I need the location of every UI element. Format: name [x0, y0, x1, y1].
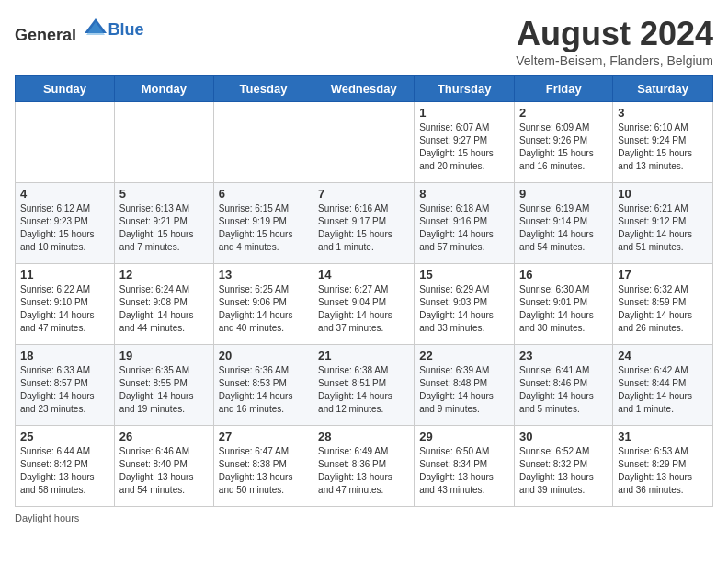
day-info: Sunrise: 6:50 AM Sunset: 8:34 PM Dayligh… — [419, 445, 509, 497]
logo-icon — [83, 15, 108, 40]
calendar-cell: 8Sunrise: 6:18 AM Sunset: 9:16 PM Daylig… — [415, 183, 515, 264]
calendar-cell: 23Sunrise: 6:41 AM Sunset: 8:46 PM Dayli… — [515, 345, 613, 426]
day-info: Sunrise: 6:21 AM Sunset: 9:12 PM Dayligh… — [618, 202, 708, 254]
calendar-week-row: 25Sunrise: 6:44 AM Sunset: 8:42 PM Dayli… — [16, 426, 713, 507]
day-info: Sunrise: 6:12 AM Sunset: 9:23 PM Dayligh… — [20, 202, 109, 254]
dow-header: Thursday — [415, 76, 515, 102]
calendar-cell: 7Sunrise: 6:16 AM Sunset: 9:17 PM Daylig… — [313, 183, 415, 264]
calendar-cell: 27Sunrise: 6:47 AM Sunset: 8:38 PM Dayli… — [213, 426, 313, 507]
day-info: Sunrise: 6:22 AM Sunset: 9:10 PM Dayligh… — [20, 283, 109, 335]
day-number: 19 — [119, 349, 209, 362]
dow-header: Wednesday — [313, 76, 415, 102]
calendar-cell: 24Sunrise: 6:42 AM Sunset: 8:44 PM Dayli… — [613, 345, 713, 426]
day-number: 29 — [419, 430, 509, 443]
day-info: Sunrise: 6:33 AM Sunset: 8:57 PM Dayligh… — [20, 364, 109, 416]
day-info: Sunrise: 6:47 AM Sunset: 8:38 PM Dayligh… — [219, 445, 308, 497]
calendar-week-row: 4Sunrise: 6:12 AM Sunset: 9:23 PM Daylig… — [16, 183, 713, 264]
day-number: 31 — [618, 430, 708, 443]
calendar-cell: 21Sunrise: 6:38 AM Sunset: 8:51 PM Dayli… — [313, 345, 415, 426]
dow-header: Sunday — [16, 76, 115, 102]
calendar-cell: 11Sunrise: 6:22 AM Sunset: 9:10 PM Dayli… — [16, 264, 115, 345]
day-info: Sunrise: 6:18 AM Sunset: 9:16 PM Dayligh… — [419, 202, 509, 254]
day-number: 8 — [419, 187, 509, 201]
dow-header: Saturday — [613, 76, 713, 102]
day-info: Sunrise: 6:15 AM Sunset: 9:19 PM Dayligh… — [219, 202, 308, 254]
footer-note: Daylight hours — [15, 512, 713, 523]
calendar-cell: 22Sunrise: 6:39 AM Sunset: 8:48 PM Dayli… — [415, 345, 515, 426]
calendar-cell: 10Sunrise: 6:21 AM Sunset: 9:12 PM Dayli… — [613, 183, 713, 264]
day-number: 15 — [419, 268, 509, 282]
day-number: 17 — [618, 268, 708, 282]
calendar-cell: 6Sunrise: 6:15 AM Sunset: 9:19 PM Daylig… — [213, 183, 313, 264]
calendar-cell: 16Sunrise: 6:30 AM Sunset: 9:01 PM Dayli… — [515, 264, 613, 345]
day-number: 3 — [618, 106, 708, 120]
calendar-cell: 19Sunrise: 6:35 AM Sunset: 8:55 PM Dayli… — [114, 345, 213, 426]
dow-header: Tuesday — [213, 76, 313, 102]
day-number: 25 — [20, 430, 109, 443]
calendar-cell: 14Sunrise: 6:27 AM Sunset: 9:04 PM Dayli… — [313, 264, 415, 345]
day-info: Sunrise: 6:10 AM Sunset: 9:24 PM Dayligh… — [618, 121, 708, 173]
calendar-week-row: 18Sunrise: 6:33 AM Sunset: 8:57 PM Dayli… — [16, 345, 713, 426]
day-info: Sunrise: 6:35 AM Sunset: 8:55 PM Dayligh… — [119, 364, 209, 416]
calendar-cell — [16, 102, 115, 183]
calendar-cell — [313, 102, 415, 183]
calendar-cell: 28Sunrise: 6:49 AM Sunset: 8:36 PM Dayli… — [313, 426, 415, 507]
calendar-cell — [213, 102, 313, 183]
calendar-cell: 15Sunrise: 6:29 AM Sunset: 9:03 PM Dayli… — [415, 264, 515, 345]
day-info: Sunrise: 6:49 AM Sunset: 8:36 PM Dayligh… — [318, 445, 409, 497]
dow-header: Monday — [114, 76, 213, 102]
day-info: Sunrise: 6:13 AM Sunset: 9:21 PM Dayligh… — [119, 202, 209, 254]
calendar-cell: 18Sunrise: 6:33 AM Sunset: 8:57 PM Dayli… — [16, 345, 115, 426]
day-number: 10 — [618, 187, 708, 201]
day-number: 23 — [519, 349, 608, 362]
day-info: Sunrise: 6:42 AM Sunset: 8:44 PM Dayligh… — [618, 364, 708, 416]
calendar-cell: 9Sunrise: 6:19 AM Sunset: 9:14 PM Daylig… — [515, 183, 613, 264]
day-info: Sunrise: 6:36 AM Sunset: 8:53 PM Dayligh… — [219, 364, 308, 416]
day-number: 11 — [20, 268, 109, 282]
day-number: 7 — [318, 187, 409, 201]
day-number: 1 — [419, 106, 509, 120]
calendar-cell: 26Sunrise: 6:46 AM Sunset: 8:40 PM Dayli… — [114, 426, 213, 507]
calendar-cell: 30Sunrise: 6:52 AM Sunset: 8:32 PM Dayli… — [515, 426, 613, 507]
day-info: Sunrise: 6:39 AM Sunset: 8:48 PM Dayligh… — [419, 364, 509, 416]
calendar-cell: 4Sunrise: 6:12 AM Sunset: 9:23 PM Daylig… — [16, 183, 115, 264]
day-info: Sunrise: 6:16 AM Sunset: 9:17 PM Dayligh… — [318, 202, 409, 254]
calendar-body: 1Sunrise: 6:07 AM Sunset: 9:27 PM Daylig… — [16, 102, 713, 507]
day-number: 22 — [419, 349, 509, 362]
day-info: Sunrise: 6:44 AM Sunset: 8:42 PM Dayligh… — [20, 445, 109, 497]
day-number: 9 — [519, 187, 608, 201]
day-number: 5 — [119, 187, 209, 201]
day-number: 2 — [519, 106, 608, 120]
location-title: Veltem-Beisem, Flanders, Belgium — [516, 53, 713, 68]
day-number: 16 — [519, 268, 608, 282]
day-number: 28 — [318, 430, 409, 443]
day-info: Sunrise: 6:32 AM Sunset: 8:59 PM Dayligh… — [618, 283, 708, 335]
title-area: August 2024 Veltem-Beisem, Flanders, Bel… — [516, 15, 713, 68]
day-info: Sunrise: 6:07 AM Sunset: 9:27 PM Dayligh… — [419, 121, 509, 173]
day-info: Sunrise: 6:38 AM Sunset: 8:51 PM Dayligh… — [318, 364, 409, 416]
day-info: Sunrise: 6:09 AM Sunset: 9:26 PM Dayligh… — [519, 121, 608, 173]
day-number: 6 — [219, 187, 308, 201]
calendar-week-row: 11Sunrise: 6:22 AM Sunset: 9:10 PM Dayli… — [16, 264, 713, 345]
day-number: 12 — [119, 268, 209, 282]
calendar-cell: 25Sunrise: 6:44 AM Sunset: 8:42 PM Dayli… — [16, 426, 115, 507]
logo-blue: Blue — [108, 20, 144, 40]
day-number: 18 — [20, 349, 109, 362]
calendar-cell: 20Sunrise: 6:36 AM Sunset: 8:53 PM Dayli… — [213, 345, 313, 426]
calendar-cell — [114, 102, 213, 183]
calendar-cell: 5Sunrise: 6:13 AM Sunset: 9:21 PM Daylig… — [114, 183, 213, 264]
day-info: Sunrise: 6:52 AM Sunset: 8:32 PM Dayligh… — [519, 445, 608, 497]
calendar-cell: 3Sunrise: 6:10 AM Sunset: 9:24 PM Daylig… — [613, 102, 713, 183]
calendar-cell: 12Sunrise: 6:24 AM Sunset: 9:08 PM Dayli… — [114, 264, 213, 345]
calendar-cell: 29Sunrise: 6:50 AM Sunset: 8:34 PM Dayli… — [415, 426, 515, 507]
days-of-week-row: SundayMondayTuesdayWednesdayThursdayFrid… — [16, 76, 713, 102]
day-info: Sunrise: 6:46 AM Sunset: 8:40 PM Dayligh… — [119, 445, 209, 497]
day-number: 26 — [119, 430, 209, 443]
month-title: August 2024 — [516, 15, 713, 53]
day-number: 14 — [318, 268, 409, 282]
calendar-week-row: 1Sunrise: 6:07 AM Sunset: 9:27 PM Daylig… — [16, 102, 713, 183]
dow-header: Friday — [515, 76, 613, 102]
calendar-cell: 17Sunrise: 6:32 AM Sunset: 8:59 PM Dayli… — [613, 264, 713, 345]
calendar-cell: 2Sunrise: 6:09 AM Sunset: 9:26 PM Daylig… — [515, 102, 613, 183]
calendar-cell: 13Sunrise: 6:25 AM Sunset: 9:06 PM Dayli… — [213, 264, 313, 345]
